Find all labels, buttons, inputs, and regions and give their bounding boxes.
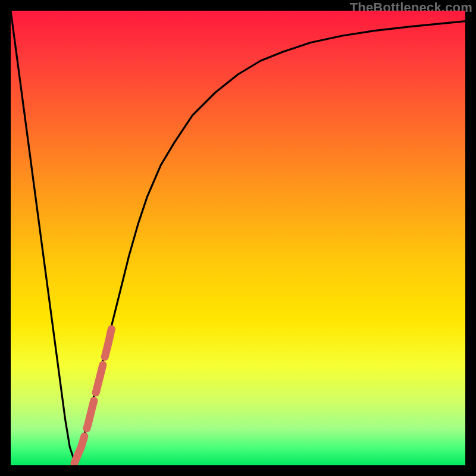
- plot-area: [11, 11, 465, 465]
- chart-frame: TheBottleneck.com: [0, 0, 476, 476]
- highlight-segment: [74, 322, 113, 463]
- bottleneck-curve: [11, 11, 465, 461]
- bottleneck-curve-svg: [11, 11, 465, 465]
